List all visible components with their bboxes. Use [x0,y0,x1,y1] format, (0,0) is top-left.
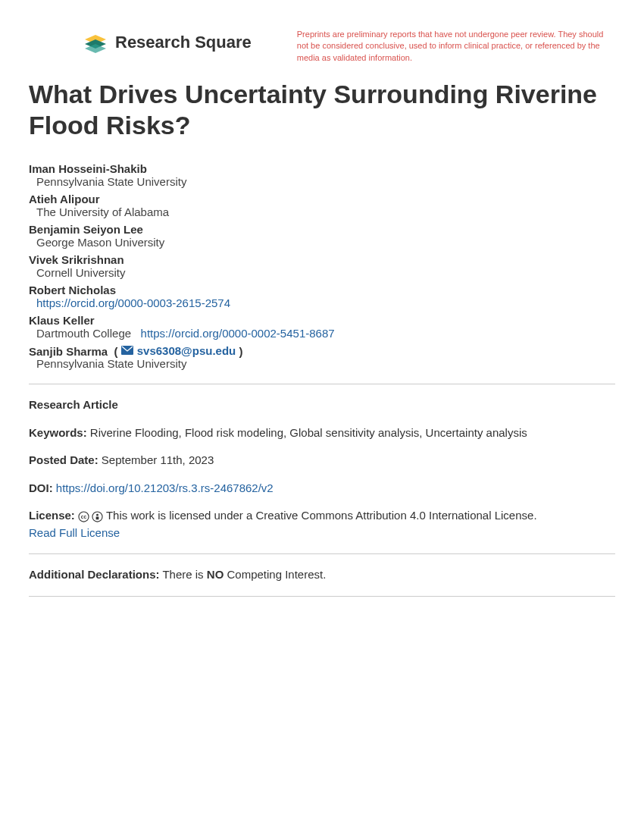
cc-icon: cc [78,511,89,522]
keywords-row: Keywords: Riverine Flooding, Flood risk … [29,425,615,442]
declarations-no: NO [207,568,224,581]
posted-date: September 11th, 2023 [102,453,214,466]
author-affiliation: Pennsylvania State University [29,175,615,188]
doi-label: DOI: [29,481,53,494]
author-name: Atieh Alipour [29,193,615,205]
author-name: Klaus Keller [29,314,615,327]
research-square-logo-icon [82,29,109,56]
divider [29,384,615,384]
paper-title: What Drives Uncertainty Surrounding Rive… [29,79,615,141]
orcid-link[interactable]: https://orcid.org/0000-0003-2615-2574 [36,296,230,309]
logo: Research Square [82,29,252,56]
authors-list: Iman Hosseini-Shakib Pennsylvania State … [29,162,615,371]
license-text: This work is licensed under a Creative C… [106,509,537,522]
author-affiliation: George Mason University [29,236,615,249]
author: Robert Nicholas https://orcid.org/0000-0… [29,284,615,309]
keywords-label: Keywords: [29,426,87,439]
article-type: Research Article [29,397,615,414]
logo-text: Research Square [115,33,252,52]
author-name: Vivek Srikrishnan [29,253,615,266]
author-name-text: Sanjib Sharma [29,344,108,357]
declarations-suffix: Competing Interest. [227,568,326,581]
email-container: svs6308@psu.edu [121,344,236,357]
declarations-label: Additional Declarations: [29,568,160,581]
author-affiliation: Cornell University [29,266,615,279]
svg-text:cc: cc [81,514,87,519]
author-affiliation: The University of Alabama [29,205,615,218]
metadata-section: Research Article Keywords: Riverine Floo… [29,397,615,597]
posted-date-row: Posted Date: September 11th, 2023 [29,452,615,469]
preprint-disclaimer: Preprints are preliminary reports that h… [297,29,615,64]
author: Atieh Alipour The University of Alabama [29,193,615,218]
author: Sanjib Sharma ( svs6308@psu.edu ) Pennsy… [29,344,615,371]
posted-label: Posted Date: [29,453,98,466]
email-link[interactable]: svs6308@psu.edu [137,344,236,357]
author-name: Robert Nicholas [29,284,615,296]
divider [29,596,615,597]
license-row: License: cc This work is licensed under … [29,507,615,541]
author-orcid: https://orcid.org/0000-0003-2615-2574 [29,296,615,309]
author: Benjamin Seiyon Lee George Mason Univers… [29,223,615,249]
cc-icons: cc [78,511,103,522]
doi-link[interactable]: https://doi.org/10.21203/rs.3.rs-2467862… [56,481,274,494]
author-name: Sanjib Sharma ( svs6308@psu.edu ) [29,344,615,358]
author-name: Iman Hosseini-Shakib [29,162,615,175]
author-affiliation: Pennsylvania State University [29,357,615,370]
author: Klaus Keller Dartmouth College https://o… [29,314,615,340]
author-name: Benjamin Seiyon Lee [29,223,615,236]
svg-point-4 [96,514,98,516]
doi-row: DOI: https://doi.org/10.21203/rs.3.rs-24… [29,480,615,497]
cc-by-icon [92,511,103,522]
author: Iman Hosseini-Shakib Pennsylvania State … [29,162,615,188]
declarations-row: Additional Declarations: There is NO Com… [29,566,615,584]
author-affiliation: Dartmouth College https://orcid.org/0000… [29,327,615,340]
mail-icon [121,346,133,355]
keywords-value: Riverine Flooding, Flood risk modeling, … [90,426,527,439]
author: Vivek Srikrishnan Cornell University [29,253,615,279]
orcid-link[interactable]: https://orcid.org/0000-0002-5451-8687 [141,327,335,340]
declarations-prefix: There is [162,568,203,581]
header: Research Square Preprints are preliminar… [29,29,615,64]
license-link[interactable]: Read Full License [29,526,120,539]
divider [29,553,615,554]
affiliation-text: Dartmouth College [36,327,131,340]
license-label: License: [29,509,75,522]
